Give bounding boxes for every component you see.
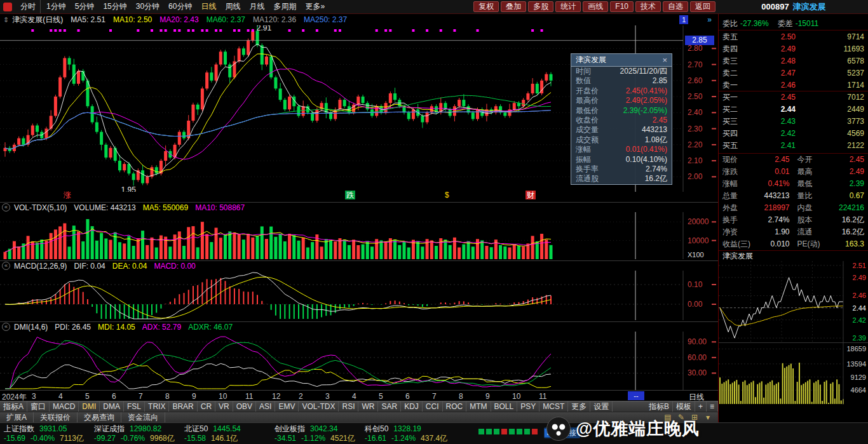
index-quote-3[interactable]: 创业板指3042.34-34.51-1.12%4521亿 bbox=[275, 424, 356, 443]
indicator-tab-11[interactable]: ASI bbox=[256, 401, 275, 412]
indicator-tab-7[interactable]: BRAR bbox=[169, 401, 197, 412]
quote-row-ask-4[interactable]: 卖一2.461714 bbox=[719, 79, 868, 91]
toolbar-button-2[interactable]: 多股 bbox=[528, 1, 553, 12]
extension-tab-3[interactable]: 资金流向 bbox=[121, 412, 165, 422]
extension-tab-2[interactable]: 交易查询 bbox=[78, 412, 121, 422]
toolbar-button-5[interactable]: F10 bbox=[610, 1, 634, 12]
app-logo-icon[interactable] bbox=[3, 3, 12, 11]
menu-item-1[interactable]: 1分钟 bbox=[42, 0, 71, 13]
indicator-tab-17[interactable]: KDJ bbox=[401, 401, 423, 412]
indicator-tab-12[interactable]: EMV bbox=[275, 401, 299, 412]
expand-icon[interactable]: » bbox=[707, 15, 712, 24]
quote-row-bid-3[interactable]: 买四2.424569 bbox=[719, 128, 868, 140]
queue-label: 卖一 bbox=[722, 79, 748, 91]
event-marker-2[interactable]: $ bbox=[445, 191, 449, 199]
indicator-tab-9[interactable]: VR bbox=[215, 401, 233, 412]
indicator-tab-bar: 指标A窗口MACDDMIDMAFSLTRIXBRARCRVROBVASIEMVV… bbox=[0, 401, 718, 412]
menu-item-5[interactable]: 60分钟 bbox=[164, 0, 196, 13]
indicator-right-tab-1[interactable]: 模板 bbox=[673, 401, 695, 412]
quote-row-ask-2[interactable]: 卖三2.486578 bbox=[719, 55, 868, 67]
indicator-tab-15[interactable]: WR bbox=[358, 401, 378, 412]
index-quote-0[interactable]: 上证指数3931.05-15.69-0.40%7113亿 bbox=[4, 424, 85, 443]
event-marker-3[interactable]: 财 bbox=[526, 191, 536, 199]
mini-chart-title: 津滨发展 bbox=[722, 251, 753, 262]
indicator-tab-24[interactable]: 更多 bbox=[568, 401, 590, 412]
indicator-tab-23[interactable]: MCST bbox=[539, 401, 568, 412]
quote-row-bid-2[interactable]: 买三2.433773 bbox=[719, 116, 868, 128]
indicator-right-tab-0[interactable]: 指标B bbox=[646, 401, 673, 412]
event-marker-1[interactable]: 跌 bbox=[345, 191, 355, 199]
extension-tab-0[interactable]: 扩展A bbox=[0, 412, 34, 422]
indicator-tab-0[interactable]: 指标A bbox=[0, 401, 27, 412]
indicator-tab-1[interactable]: 窗口 bbox=[27, 401, 50, 412]
menu-item-8[interactable]: 月线 bbox=[245, 0, 269, 13]
menu-item-10[interactable]: 更多» bbox=[301, 0, 329, 13]
menu-item-0[interactable]: 分时 bbox=[16, 0, 41, 13]
indicator-tab-2[interactable]: MACD bbox=[50, 401, 79, 412]
detail-label: 外盘 bbox=[722, 202, 738, 214]
heat-block-3 bbox=[501, 429, 507, 434]
toolbar-button-4[interactable]: 画线 bbox=[583, 1, 608, 12]
dmi-chart[interactable]: 90.0060.0030.00 bbox=[0, 332, 718, 390]
toolbar-button-3[interactable]: 统计 bbox=[555, 1, 581, 12]
panel-collapse-icon[interactable]: « bbox=[2, 262, 10, 270]
panel-collapse-icon[interactable]: « bbox=[2, 203, 10, 212]
index-change: -34.51 bbox=[275, 434, 296, 443]
queue-label: 卖五 bbox=[722, 31, 748, 43]
indicator-right-tab-3[interactable]: ≡ bbox=[707, 401, 718, 412]
quote-row-ask-1[interactable]: 卖四2.4911693 bbox=[719, 43, 868, 55]
toolbar-button-8[interactable]: 返回 bbox=[690, 1, 715, 12]
indicator-tab-16[interactable]: SAR bbox=[378, 401, 401, 412]
quote-row-bid-0[interactable]: 买一2.457012 bbox=[719, 91, 868, 104]
macd-chart[interactable]: 0.100.00 bbox=[0, 271, 718, 320]
menu-item-4[interactable]: 30分钟 bbox=[132, 0, 164, 13]
quote-row-bid-1[interactable]: 买二2.442449 bbox=[719, 104, 868, 116]
watermark: @优雅端庄晚风 bbox=[546, 417, 700, 441]
toolbar-button-0[interactable]: 复权 bbox=[473, 1, 499, 12]
indicator-tab-13[interactable]: VOL-TDX bbox=[299, 401, 339, 412]
intraday-mini-chart[interactable]: 2.512.492.462.442.422.39 bbox=[719, 261, 868, 342]
indicator-tab-20[interactable]: MTM bbox=[466, 401, 491, 412]
quote-row-ask-0[interactable]: 卖五2.509714 bbox=[719, 31, 868, 43]
indicator-tab-4[interactable]: DMA bbox=[100, 401, 124, 412]
event-marker-0[interactable]: 涨 bbox=[64, 191, 71, 199]
indicator-tab-3[interactable]: DMI bbox=[79, 401, 100, 412]
menu-item-7[interactable]: 周线 bbox=[220, 0, 245, 13]
indicator-tab-18[interactable]: CCI bbox=[423, 401, 443, 412]
menu-item-6[interactable]: 日线 bbox=[196, 0, 220, 13]
indicator-tab-14[interactable]: RSI bbox=[339, 401, 358, 412]
top-toolbar: 复权叠加多股统计画线F10技术自选返回 bbox=[471, 1, 715, 12]
panel-collapse-icon[interactable]: « bbox=[2, 323, 10, 331]
toolbar-button-7[interactable]: 自选 bbox=[663, 1, 688, 12]
index-quote-4[interactable]: 科创501328.19-16.61-1.24%437.4亿 bbox=[365, 424, 447, 443]
intraday-mini-volume[interactable]: 186591359491294664 bbox=[719, 342, 868, 405]
ext-more-icon[interactable]: ▾ bbox=[703, 412, 713, 422]
detail-label: 内盘 bbox=[797, 202, 813, 214]
toolbar-button-1[interactable]: 叠加 bbox=[501, 1, 526, 12]
indicator-tab-8[interactable]: CR bbox=[198, 401, 215, 412]
menu-item-3[interactable]: 15分钟 bbox=[98, 0, 131, 13]
resize-icon[interactable]: ⇕ bbox=[3, 16, 9, 24]
indicator-tab-10[interactable]: OBV bbox=[233, 401, 256, 412]
indicator-tab-5[interactable]: FSL bbox=[124, 401, 145, 412]
index-quote-1[interactable]: 深证成指12980.82-99.27-0.76%9968亿 bbox=[94, 424, 175, 443]
menu-item-9[interactable]: 多周期 bbox=[269, 0, 301, 13]
index-pct: -1.12% bbox=[301, 434, 325, 443]
window-count-badge[interactable]: 1 bbox=[679, 15, 688, 24]
extension-tab-1[interactable]: 关联报价 bbox=[34, 412, 78, 422]
indicator-tab-21[interactable]: BOLL bbox=[491, 401, 518, 412]
indicator-tab-25[interactable]: 设置 bbox=[590, 401, 613, 412]
volume-chart[interactable]: 2000010000X100 bbox=[0, 212, 718, 259]
indicator-tab-6[interactable]: TRIX bbox=[145, 401, 169, 412]
indicator-tab-22[interactable]: PSY bbox=[517, 401, 539, 412]
tooltip-close-icon[interactable]: × bbox=[662, 55, 667, 65]
indicator-right-tab-2[interactable]: + bbox=[695, 401, 707, 412]
menu-item-2[interactable]: 5分钟 bbox=[71, 0, 99, 13]
mini-axis-label: 2.39 bbox=[853, 334, 866, 342]
quote-row-bid-4[interactable]: 买五2.412122 bbox=[719, 140, 868, 152]
queue-label: 买五 bbox=[722, 140, 748, 152]
toolbar-button-6[interactable]: 技术 bbox=[635, 1, 661, 12]
quote-row-ask-3[interactable]: 卖二2.475237 bbox=[719, 67, 868, 79]
indicator-tab-19[interactable]: ROC bbox=[443, 401, 467, 412]
index-quote-2[interactable]: 北证501445.54-15.58146.1亿 bbox=[184, 424, 266, 443]
